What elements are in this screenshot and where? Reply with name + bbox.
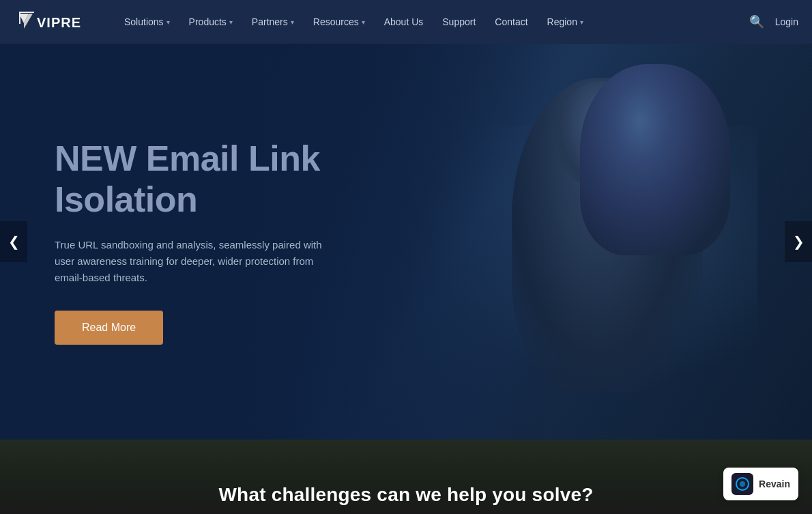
hero-next-arrow[interactable]: ❯ [785, 221, 812, 262]
nav-item-partners[interactable]: Partners ▾ [244, 11, 302, 33]
chevron-down-icon: ▾ [291, 18, 294, 26]
below-hero-text: What challenges can we help you solve? [218, 484, 593, 506]
svg-text:VIPRE: VIPRE [37, 15, 81, 30]
revain-badge[interactable]: Revain [723, 468, 798, 500]
hero-subtitle: True URL sandboxing and analysis, seamle… [55, 237, 341, 286]
revain-icon [731, 473, 753, 495]
nav-item-solutions[interactable]: Solutions ▾ [116, 11, 178, 33]
hero-prev-arrow[interactable]: ❮ [0, 221, 27, 262]
chevron-down-icon: ▾ [229, 18, 233, 26]
logo[interactable]: VIPRE [14, 8, 96, 35]
svg-rect-3 [19, 12, 34, 13]
navbar: VIPRE Solutions ▾ Products ▾ Partners ▾ … [0, 0, 812, 44]
read-more-button[interactable]: Read More [55, 311, 163, 345]
svg-rect-2 [19, 12, 20, 24]
nav-item-contact[interactable]: Contact [487, 11, 536, 33]
nav-links: Solutions ▾ Products ▾ Partners ▾ Resour… [116, 11, 749, 33]
login-button[interactable]: Login [775, 16, 798, 27]
nav-item-resources[interactable]: Resources ▾ [305, 11, 373, 33]
nav-right: 🔍 Login [749, 14, 798, 29]
revain-label: Revain [759, 479, 790, 489]
nav-item-region[interactable]: Region ▾ [539, 11, 592, 33]
nav-item-support[interactable]: Support [434, 11, 484, 33]
chevron-left-icon: ❮ [8, 233, 20, 250]
svg-point-6 [740, 481, 745, 487]
hero-section: NEW Email Link Isolation True URL sandbo… [0, 44, 812, 440]
chevron-down-icon: ▾ [362, 18, 365, 26]
search-icon[interactable]: 🔍 [749, 14, 764, 29]
chevron-right-icon: ❯ [793, 233, 804, 250]
hero-title: NEW Email Link Isolation [55, 139, 382, 220]
hero-content: NEW Email Link Isolation True URL sandbo… [0, 44, 812, 440]
chevron-down-icon: ▾ [166, 18, 170, 26]
nav-item-products[interactable]: Products ▾ [181, 11, 241, 33]
chevron-down-icon: ▾ [580, 18, 583, 26]
below-hero-section: What challenges can we help you solve? [0, 440, 812, 514]
nav-item-aboutus[interactable]: About Us [376, 11, 432, 33]
